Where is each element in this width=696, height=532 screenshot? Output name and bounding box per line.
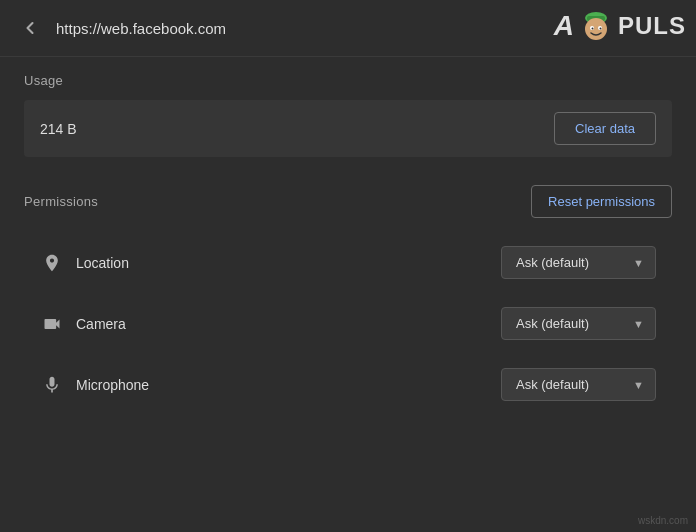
microphone-label: Microphone: [76, 377, 501, 393]
logo-face-icon: [578, 8, 614, 44]
logo-puls: PULS: [618, 12, 686, 40]
location-label: Location: [76, 255, 501, 271]
usage-section-label: Usage: [24, 73, 672, 88]
back-button[interactable]: [16, 14, 44, 42]
svg-point-6: [599, 28, 601, 30]
location-select[interactable]: Ask (default) Allow Block: [501, 246, 656, 279]
permission-row-location: Location Ask (default) Allow Block: [24, 234, 672, 291]
permissions-header: Permissions Reset permissions: [24, 185, 672, 218]
microphone-select-wrapper[interactable]: Ask (default) Allow Block: [501, 368, 656, 401]
site-logo: A PULS: [554, 8, 686, 44]
main-content: Usage 214 B Clear data Permissions Reset…: [0, 57, 696, 433]
microphone-icon: [40, 373, 64, 397]
reset-permissions-button[interactable]: Reset permissions: [531, 185, 672, 218]
permission-row-camera: Camera Ask (default) Allow Block: [24, 295, 672, 352]
microphone-select[interactable]: Ask (default) Allow Block: [501, 368, 656, 401]
camera-icon: [40, 312, 64, 336]
clear-data-button[interactable]: Clear data: [554, 112, 656, 145]
logo-a: A: [554, 10, 574, 42]
location-select-wrapper[interactable]: Ask (default) Allow Block: [501, 246, 656, 279]
location-icon: [40, 251, 64, 275]
svg-point-2: [585, 18, 607, 40]
usage-section: Usage 214 B Clear data: [24, 73, 672, 157]
permissions-section: Permissions Reset permissions Location A…: [24, 185, 672, 413]
svg-point-5: [591, 28, 593, 30]
camera-select[interactable]: Ask (default) Allow Block: [501, 307, 656, 340]
usage-row: 214 B Clear data: [24, 100, 672, 157]
watermark: wskdn.com: [638, 515, 688, 526]
permission-row-microphone: Microphone Ask (default) Allow Block: [24, 356, 672, 413]
url-label: https://web.facebook.com: [56, 20, 226, 37]
camera-label: Camera: [76, 316, 501, 332]
camera-select-wrapper[interactable]: Ask (default) Allow Block: [501, 307, 656, 340]
permissions-section-label: Permissions: [24, 194, 98, 209]
usage-value: 214 B: [40, 121, 77, 137]
